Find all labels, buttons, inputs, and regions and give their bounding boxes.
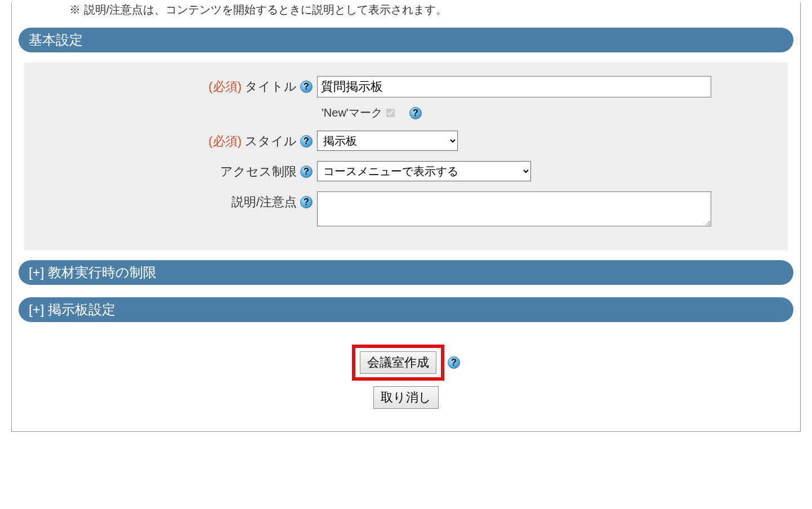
style-select[interactable]: 掲示板 — [317, 131, 458, 151]
required-marker: (必須) — [208, 78, 242, 95]
help-icon[interactable]: ? — [300, 135, 313, 148]
description-label: 説明/注意点 — [231, 194, 297, 211]
access-select[interactable]: コースメニューで表示する — [317, 161, 531, 181]
create-button[interactable]: 会議室作成 — [360, 351, 436, 374]
access-label: アクセス制限 — [220, 163, 297, 180]
section-bbs-settings[interactable]: [+] 掲示板設定 — [19, 297, 793, 322]
form-container: ※ 説明/注意点は、コンテンツを開始するときに説明として表示されます。 基本設定… — [11, 2, 801, 432]
help-icon[interactable]: ? — [300, 81, 313, 93]
help-icon[interactable]: ? — [300, 196, 313, 208]
description-textarea[interactable] — [317, 191, 711, 226]
row-style: (必須) スタイル ? 掲示板 — [35, 131, 777, 151]
help-icon[interactable]: ? — [448, 356, 460, 369]
note-line-2: ※ 説明/注意点は、コンテンツを開始するときに説明として表示されます。 — [69, 2, 793, 17]
required-marker: (必須) — [208, 133, 242, 150]
row-description: 説明/注意点 ? — [35, 191, 777, 226]
section-exec-limit[interactable]: [+] 教材実行時の制限 — [19, 260, 793, 285]
row-newmark: 'New'マーク ? — [322, 105, 777, 120]
help-icon[interactable]: ? — [409, 107, 422, 119]
help-icon[interactable]: ? — [300, 166, 313, 178]
title-label: タイトル — [245, 78, 297, 95]
row-title: (必須) タイトル ? — [35, 76, 777, 97]
newmark-label: 'New'マーク — [322, 105, 382, 120]
basic-settings-panel: (必須) タイトル ? 'New'マーク ? (必須) スタイル ? 掲示板 — [24, 62, 788, 250]
create-button-highlight: 会議室作成 — [352, 345, 444, 381]
row-access: アクセス制限 ? コースメニューで表示する — [35, 161, 777, 181]
section-basic-settings: 基本設定 — [19, 28, 793, 52]
cancel-button[interactable]: 取り消し — [373, 386, 439, 409]
title-input[interactable] — [317, 76, 711, 97]
style-label: スタイル — [245, 133, 297, 150]
buttons-area: 会議室作成 ? 取り消し — [19, 345, 793, 409]
newmark-checkbox — [386, 109, 395, 118]
